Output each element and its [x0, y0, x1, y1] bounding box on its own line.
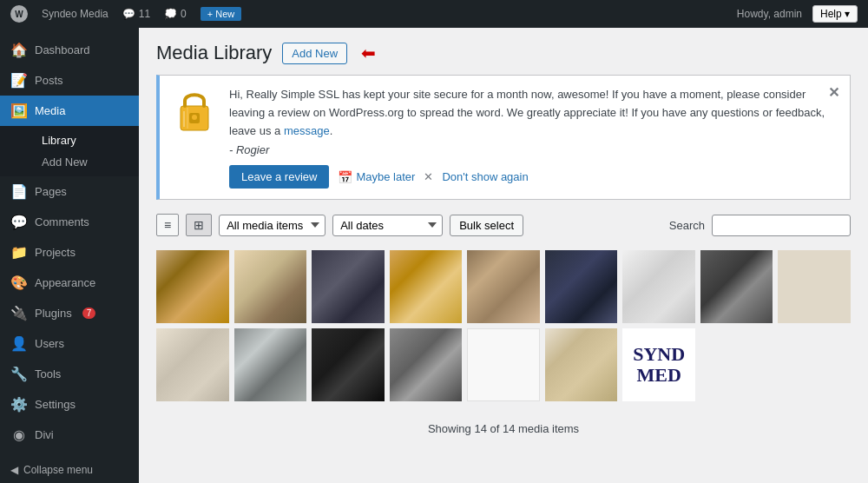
syndmed-line2: MED [636, 365, 681, 386]
lock-icon-container [174, 86, 215, 135]
sidebar-item-users[interactable]: 👤 Users [0, 328, 139, 359]
search-area: Search [669, 215, 851, 236]
dont-show-link[interactable]: Don't show again [442, 170, 528, 183]
media-icon: 🖼️ [10, 103, 28, 119]
appearance-icon: 🎨 [10, 275, 28, 291]
comments-item[interactable]: 💬 11 [122, 8, 150, 20]
grid-view-button[interactable]: ⊞ [186, 214, 212, 236]
sidebar-label-settings: Settings [35, 398, 76, 411]
media-item[interactable] [156, 328, 229, 401]
notice-message-link[interactable]: message [284, 124, 330, 137]
red-arrow-indicator: ⬅ [361, 43, 376, 63]
wp-logo-item[interactable]: W [10, 5, 28, 23]
media-item[interactable] [312, 328, 385, 401]
help-button[interactable]: Help ▾ [812, 5, 858, 23]
syndmed-line1: SYND [633, 344, 685, 365]
sidebar-label-projects: Projects [35, 246, 76, 259]
list-view-icon: ≡ [164, 218, 171, 232]
maybe-later-link[interactable]: 📅 Maybe later [338, 170, 415, 184]
syndmed-logo-item[interactable]: SYND MED [622, 328, 695, 401]
bulk-select-button[interactable]: Bulk select [450, 215, 523, 236]
bubbles-count: 0 [181, 8, 187, 20]
calendar-icon: 📅 [338, 170, 352, 184]
sidebar-label-appearance: Appearance [35, 276, 95, 289]
wp-logo: W [10, 5, 28, 23]
search-input[interactable] [712, 215, 851, 236]
sidebar-item-posts[interactable]: 📝 Posts [0, 65, 139, 96]
leave-review-button[interactable]: Leave a review [229, 165, 329, 189]
sidebar-label-plugins: Plugins [35, 307, 72, 320]
media-item[interactable] [778, 250, 851, 323]
media-item[interactable] [545, 250, 618, 323]
sidebar-label-dashboard: Dashboard [35, 43, 90, 56]
media-item[interactable] [312, 250, 385, 323]
media-grid: SYND MED [156, 250, 851, 400]
page-header: Media Library Add New ⬅ [156, 42, 851, 64]
media-item[interactable] [390, 250, 463, 323]
tools-icon: 🔧 [10, 366, 28, 382]
collapse-icon: ◀ [10, 464, 18, 476]
content-area: Media Library Add New ⬅ [139, 28, 868, 483]
posts-icon: 📝 [10, 72, 28, 89]
separator: ✕ [424, 170, 433, 183]
notice-close-button[interactable]: ✕ [828, 84, 839, 101]
sidebar-label-comments: Comments [35, 215, 89, 228]
media-item[interactable] [622, 250, 695, 323]
sidebar-item-settings[interactable]: ⚙️ Settings [0, 389, 139, 420]
sidebar-item-divi[interactable]: ◉ Divi [0, 420, 139, 450]
media-item[interactable] [700, 250, 773, 323]
sidebar-media-submenu: Library Add New [0, 126, 139, 176]
media-toolbar: ≡ ⊞ All media items Images Audio Video D… [156, 214, 851, 236]
sidebar-label-posts: Posts [35, 74, 63, 87]
admin-bar-right: Howdy, admin Help ▾ [737, 5, 858, 23]
sidebar-item-comments[interactable]: 💬 Comments [0, 207, 139, 237]
new-content-btn[interactable]: + New [201, 7, 242, 21]
media-item[interactable] [234, 328, 307, 401]
media-item[interactable] [545, 328, 618, 401]
sidebar-sub-library[interactable]: Library [31, 129, 139, 151]
sidebar-label-media: Media [35, 104, 65, 117]
dashboard-icon: 🏠 [10, 42, 28, 58]
svg-point-2 [192, 115, 197, 120]
site-name-item[interactable]: Syndeo Media [42, 8, 108, 20]
media-item[interactable] [390, 328, 463, 401]
bubbles-icon: 💭 [164, 8, 177, 20]
sidebar-item-projects[interactable]: 📁 Projects [0, 237, 139, 268]
date-filter-select[interactable]: All dates January 2024 December 2023 [332, 215, 443, 236]
sidebar-sub-add-new[interactable]: Add New [31, 151, 139, 173]
comments-count: 11 [139, 8, 150, 20]
admin-bar-left: W Syndeo Media 💬 11 💭 0 + New [10, 5, 241, 23]
collapse-label: Collapse menu [23, 464, 93, 476]
add-new-button[interactable]: Add New [282, 43, 347, 64]
sidebar-item-media[interactable]: 🖼️ Media [0, 96, 139, 126]
sidebar-item-plugins[interactable]: 🔌 Plugins 7 [0, 298, 139, 328]
site-name: Syndeo Media [42, 8, 108, 20]
help-label: Help ▾ [820, 8, 850, 20]
sidebar-label-divi: Divi [35, 428, 54, 441]
ssl-notice: Hi, Really Simple SSL has kept your site… [156, 75, 851, 200]
sidebar-label-tools: Tools [35, 367, 61, 380]
users-icon: 👤 [10, 335, 28, 352]
sidebar-item-dashboard[interactable]: 🏠 Dashboard [0, 35, 139, 65]
notice-author: - Rogier [229, 143, 836, 156]
sidebar-item-pages[interactable]: 📄 Pages [0, 176, 139, 207]
sidebar-label-pages: Pages [35, 185, 67, 198]
grid-view-icon: ⊞ [194, 218, 204, 232]
comment-icon: 💬 [122, 8, 135, 20]
comments-icon: 💬 [10, 214, 28, 230]
sidebar-item-appearance[interactable]: 🎨 Appearance [0, 268, 139, 298]
collapse-menu-btn[interactable]: ◀ Collapse menu [0, 457, 139, 483]
pages-icon: 📄 [10, 183, 28, 200]
media-item[interactable] [467, 328, 540, 401]
media-item[interactable] [156, 250, 229, 323]
sidebar-item-tools[interactable]: 🔧 Tools [0, 359, 139, 389]
search-label: Search [669, 219, 705, 232]
settings-icon: ⚙️ [10, 396, 28, 413]
add-new-label: Add New [292, 47, 338, 60]
media-item[interactable] [467, 250, 540, 323]
plugins-icon: 🔌 [10, 305, 28, 321]
bubbles-item[interactable]: 💭 0 [164, 8, 187, 20]
media-filter-select[interactable]: All media items Images Audio Video Docum… [219, 215, 326, 236]
list-view-button[interactable]: ≡ [156, 214, 179, 236]
media-item[interactable] [234, 250, 307, 323]
